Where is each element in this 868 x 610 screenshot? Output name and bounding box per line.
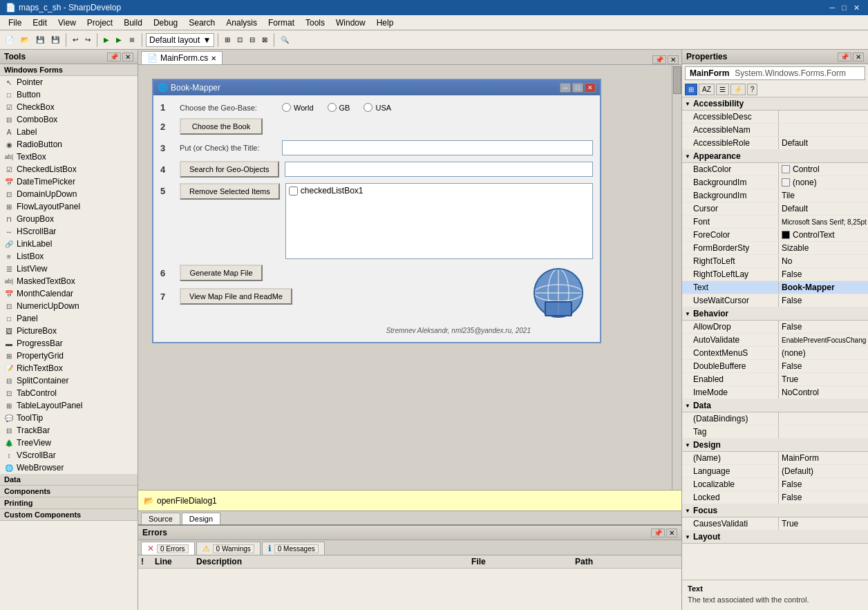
tb-new[interactable]: 📄 bbox=[3, 34, 17, 46]
tool-webbrowser[interactable]: 🌐WebBrowser bbox=[0, 461, 138, 474]
prop-loc-value[interactable]: False bbox=[779, 478, 868, 490]
prop-help[interactable]: ? bbox=[747, 84, 758, 95]
tool-listbox[interactable]: ≡ListBox bbox=[0, 250, 138, 263]
menu-item-build[interactable]: Build bbox=[118, 17, 148, 29]
prop-cursor-value[interactable]: Default bbox=[779, 202, 868, 215]
prop-backgroundimage-value[interactable]: (none) bbox=[779, 176, 868, 189]
tool-progressbar[interactable]: ▬ProgressBar bbox=[0, 337, 138, 350]
category-appearance[interactable]: ▼ Appearance bbox=[682, 150, 868, 163]
menu-item-edit[interactable]: Edit bbox=[27, 17, 53, 29]
tool-linklabel[interactable]: 🔗LinkLabel bbox=[0, 238, 138, 250]
tool-tooltip[interactable]: 💬ToolTip bbox=[0, 412, 138, 424]
prop-accessible-desc-value[interactable] bbox=[779, 111, 868, 123]
tools-close-btn[interactable]: ✕ bbox=[122, 53, 133, 61]
prop-font-value[interactable]: Microsoft Sans Serif; 8,25pt bbox=[779, 216, 868, 228]
prop-text-value[interactable]: Book-Mapper bbox=[779, 281, 868, 294]
tool-hscrollbar[interactable]: ↔HScrollBar bbox=[0, 225, 138, 238]
title-textbox[interactable] bbox=[282, 140, 593, 155]
prop-tag-value[interactable] bbox=[779, 426, 868, 438]
prop-forecolor-value[interactable]: ControlText bbox=[779, 229, 868, 241]
prop-filter[interactable]: ☰ bbox=[716, 84, 729, 95]
search-geo-textbox[interactable] bbox=[285, 162, 593, 177]
form-close-btn[interactable]: ✕ bbox=[585, 83, 596, 93]
prop-accessible-role-value[interactable]: Default bbox=[779, 137, 868, 149]
tb-save-all[interactable]: 💾 bbox=[48, 34, 62, 46]
tool-treeview[interactable]: 🌲TreeView bbox=[0, 437, 138, 449]
errors-tab-warnings[interactable]: ⚠ 0 Warnings bbox=[196, 542, 261, 555]
printing-section[interactable]: Printing bbox=[0, 497, 138, 509]
tool-picturebox[interactable]: 🖼PictureBox bbox=[0, 325, 138, 337]
tool-maskedtextbox[interactable]: ab|MaskedTextBox bbox=[0, 275, 138, 287]
doc-close-btn[interactable]: ✕ bbox=[668, 55, 679, 64]
tb-redo[interactable]: ↪ bbox=[82, 34, 93, 46]
open-file-dialog-component[interactable]: 📂 openFileDialog1 bbox=[144, 496, 217, 506]
view-map-button[interactable]: View Map File and ReadMe bbox=[180, 288, 292, 305]
prop-backcolor-value[interactable]: Control bbox=[779, 163, 868, 175]
radio-gb[interactable]: GB bbox=[328, 103, 350, 112]
menu-item-project[interactable]: Project bbox=[82, 17, 118, 29]
tool-vscrollbar[interactable]: ↕VScrollBar bbox=[0, 449, 138, 461]
prop-ad-value[interactable]: False bbox=[779, 321, 868, 333]
prop-lock-value[interactable]: False bbox=[779, 491, 868, 504]
vscroll-thumb[interactable] bbox=[673, 66, 681, 94]
custom-components-section[interactable]: Custom Components bbox=[0, 509, 138, 521]
tool-groupbox[interactable]: ⊓GroupBox bbox=[0, 213, 138, 225]
doc-pin-btn[interactable]: 📌 bbox=[652, 55, 666, 64]
prop-close-btn[interactable]: ✕ bbox=[853, 53, 864, 61]
choose-book-button[interactable]: Choose the Book bbox=[180, 118, 263, 135]
errors-pin-btn[interactable]: 📌 bbox=[651, 528, 665, 537]
prop-dbo-value[interactable] bbox=[779, 412, 868, 425]
tool-splitcontainer[interactable]: ⊟SplitContainer bbox=[0, 374, 138, 387]
radio-usa[interactable]: USA bbox=[364, 103, 391, 112]
tb-search[interactable]: 🔍 bbox=[278, 34, 292, 46]
tool-trackbar[interactable]: ⊟TrackBar bbox=[0, 424, 138, 437]
tool-tabcontrol[interactable]: ⊡TabControl bbox=[0, 387, 138, 399]
tb-save[interactable]: 💾 bbox=[33, 34, 47, 46]
tool-checkbox[interactable]: ☑CheckBox bbox=[0, 101, 138, 113]
menu-item-search[interactable]: Search bbox=[183, 17, 220, 29]
category-data[interactable]: ▼ Data bbox=[682, 399, 868, 412]
category-behavior[interactable]: ▼ Behavior bbox=[682, 307, 868, 321]
tool-monthcalendar[interactable]: 📅MonthCalendar bbox=[0, 287, 138, 300]
tool-combobox[interactable]: ⊟ComboBox bbox=[0, 113, 138, 126]
listbox-checkbox-1[interactable] bbox=[289, 187, 298, 196]
category-accessibility[interactable]: ▼ Accessibility bbox=[682, 97, 868, 111]
minimize-button[interactable]: ─ bbox=[827, 3, 838, 12]
prop-accessible-name-value[interactable] bbox=[779, 124, 868, 136]
errors-tab-errors[interactable]: ✕ 0 Errors bbox=[141, 542, 195, 555]
search-geo-button[interactable]: Search for Geo-Objects bbox=[180, 161, 279, 178]
data-section[interactable]: Data bbox=[0, 474, 138, 486]
errors-close-btn[interactable]: ✕ bbox=[666, 528, 677, 537]
prop-sort-category[interactable]: ⊞ bbox=[685, 84, 697, 95]
prop-im-value[interactable]: NoControl bbox=[779, 386, 868, 399]
prop-cv-value[interactable]: True bbox=[779, 517, 868, 530]
category-focus[interactable]: ▼ Focus bbox=[682, 504, 868, 517]
tool-propertygrid[interactable]: ⊞PropertyGrid bbox=[0, 350, 138, 362]
designer-vscroll[interactable] bbox=[672, 65, 681, 490]
prop-en-value[interactable]: True bbox=[779, 373, 868, 385]
windows-forms-section[interactable]: Windows Forms bbox=[0, 64, 138, 76]
form-max-btn[interactable]: □ bbox=[572, 83, 583, 93]
tool-datetimepicker[interactable]: 📅DateTimePicker bbox=[0, 175, 138, 188]
tool-button[interactable]: □Button bbox=[0, 88, 138, 101]
tab-design[interactable]: Design bbox=[182, 513, 220, 524]
tool-tablelayoutpanel[interactable]: ⊞TableLayoutPanel bbox=[0, 399, 138, 412]
generate-map-button[interactable]: Generate Map File bbox=[180, 265, 263, 281]
tool-domainupdown[interactable]: ⊡DomainUpDown bbox=[0, 188, 138, 200]
category-design[interactable]: ▼ Design bbox=[682, 439, 868, 452]
tool-radiobutton[interactable]: ◉RadioButton bbox=[0, 138, 138, 151]
prop-object-selector[interactable]: MainForm System.Windows.Forms.Form bbox=[685, 66, 865, 80]
components-section[interactable]: Components bbox=[0, 486, 138, 497]
tool-pointer[interactable]: ↖Pointer bbox=[0, 76, 138, 88]
tool-panel[interactable]: □Panel bbox=[0, 312, 138, 325]
tool-textbox[interactable]: ab|TextBox bbox=[0, 151, 138, 163]
prop-pin-btn[interactable]: 📌 bbox=[838, 53, 851, 61]
prop-fbs-value[interactable]: Sizable bbox=[779, 242, 868, 254]
prop-av-value[interactable]: EnablePreventFocusChang bbox=[779, 334, 868, 346]
tb-run[interactable]: ▶ bbox=[101, 34, 112, 46]
menu-item-debug[interactable]: Debug bbox=[148, 17, 183, 29]
menu-item-window[interactable]: Window bbox=[330, 17, 371, 29]
tool-checkedlistbox[interactable]: ☑CheckedListBox bbox=[0, 163, 138, 175]
errors-tab-messages[interactable]: ℹ 0 Messages bbox=[262, 542, 325, 555]
tb-undo[interactable]: ↩ bbox=[70, 34, 81, 46]
